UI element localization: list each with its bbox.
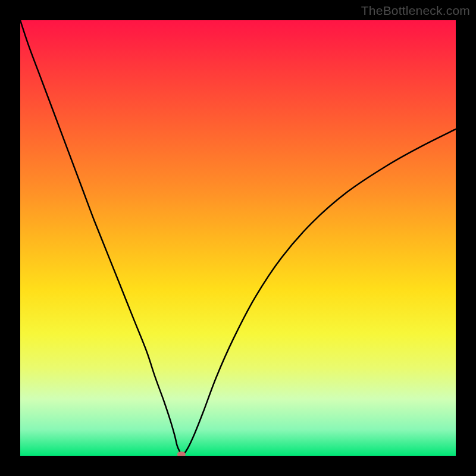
bottleneck-curve xyxy=(20,20,456,456)
chart-frame: TheBottleneck.com xyxy=(0,0,476,476)
watermark-text: TheBottleneck.com xyxy=(361,4,470,18)
plot-area xyxy=(20,20,456,456)
svg-point-0 xyxy=(177,452,186,456)
